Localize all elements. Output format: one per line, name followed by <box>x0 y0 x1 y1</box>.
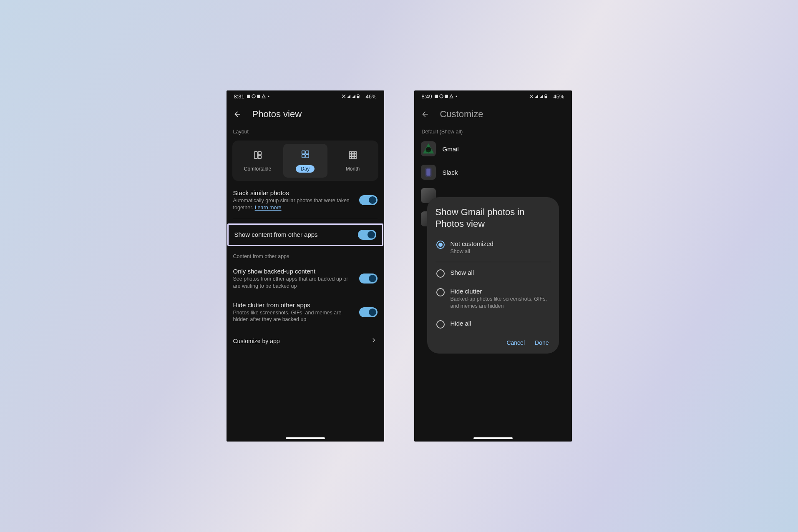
app-item-slack[interactable]: Slack <box>421 161 565 184</box>
slack-icon <box>421 165 436 180</box>
gesture-bar <box>286 437 325 439</box>
row-title: Stack similar photos <box>233 189 353 196</box>
svg-rect-31 <box>426 169 430 176</box>
svg-rect-24 <box>445 95 448 98</box>
row-title: Show content from other apps <box>234 231 352 238</box>
status-bar: 8:49 45% <box>414 90 572 102</box>
stack-similar-toggle[interactable] <box>359 195 378 205</box>
svg-rect-7 <box>258 152 261 155</box>
app-name: Slack <box>443 169 458 176</box>
layout-option-month[interactable]: Month <box>331 144 375 178</box>
appbar: Customize <box>414 102 572 125</box>
layout-month-icon <box>348 151 357 161</box>
dialog-gmail-photos: Show Gmail photos in Photos view Not cus… <box>427 197 559 354</box>
layout-option-comfortable[interactable]: Comfortable <box>236 144 280 178</box>
svg-point-23 <box>440 95 443 98</box>
svg-rect-12 <box>305 155 308 158</box>
svg-rect-14 <box>352 152 354 154</box>
row-hide-clutter[interactable]: Hide clutter from other apps Photos like… <box>227 296 384 329</box>
status-icons-right-icon <box>529 94 551 99</box>
radio-hide-clutter[interactable]: Hide clutter Backed-up photos like scree… <box>436 283 551 315</box>
row-title: Customize by app <box>233 338 280 344</box>
svg-rect-27 <box>545 96 547 98</box>
svg-rect-17 <box>352 154 354 156</box>
svg-rect-16 <box>349 154 351 156</box>
learn-more-link[interactable]: Learn more <box>255 205 282 211</box>
radio-icon[interactable] <box>436 320 445 329</box>
status-bar: 8:31 <box>227 90 384 102</box>
status-battery: 46% <box>365 93 376 100</box>
row-only-backed-up[interactable]: Only show backed-up content See photos f… <box>227 262 384 296</box>
phone-right: 8:49 45% <box>414 90 572 442</box>
layout-option-label: Comfortable <box>244 166 271 172</box>
layout-card: Comfortable Day Month <box>232 141 378 181</box>
radio-icon[interactable] <box>436 241 445 249</box>
svg-rect-29 <box>426 148 430 150</box>
svg-rect-21 <box>354 157 356 159</box>
cancel-button[interactable]: Cancel <box>506 339 525 346</box>
row-title: Hide clutter from other apps <box>233 301 353 309</box>
layout-option-label: Day <box>296 165 315 173</box>
row-stack-similar[interactable]: Stack similar photos Automatically group… <box>227 181 384 217</box>
appbar: Photos view <box>227 102 384 125</box>
radio-label: Hide clutter <box>451 288 550 295</box>
svg-point-25 <box>456 96 457 97</box>
svg-rect-5 <box>357 96 359 98</box>
row-subtitle: See photos from other apps that are back… <box>233 276 353 290</box>
layout-day-icon <box>301 150 310 160</box>
svg-rect-20 <box>352 157 354 159</box>
layout-option-label: Month <box>346 166 360 172</box>
radio-not-customized[interactable]: Not customized Show all <box>436 235 551 260</box>
svg-rect-6 <box>254 152 257 159</box>
radio-icon[interactable] <box>436 269 445 278</box>
phone-left: 8:31 <box>227 90 384 442</box>
dialog-actions: Cancel Done <box>436 334 551 348</box>
status-time: 8:31 <box>234 93 244 100</box>
svg-rect-15 <box>354 152 356 154</box>
dialog-title: Show Gmail photos in Photos view <box>436 206 551 229</box>
divider <box>233 219 378 219</box>
gesture-bar <box>473 437 513 439</box>
status-icons-left-icon <box>435 94 460 99</box>
svg-rect-19 <box>349 157 351 159</box>
status-icons-right-icon <box>341 94 363 99</box>
show-content-toggle[interactable] <box>358 230 376 240</box>
radio-label: Hide all <box>451 320 471 327</box>
radio-label: Show all <box>451 269 474 276</box>
radio-icon[interactable] <box>436 288 445 296</box>
svg-rect-13 <box>349 152 351 154</box>
radio-show-all[interactable]: Show all <box>436 264 551 283</box>
svg-rect-9 <box>302 151 305 154</box>
section-content-label: Content from other apps <box>227 249 384 262</box>
back-button[interactable] <box>232 109 242 119</box>
svg-rect-18 <box>354 154 356 156</box>
divider <box>436 262 551 262</box>
chevron-right-icon <box>370 336 378 345</box>
app-item-gmail[interactable]: Gmail <box>421 137 565 161</box>
svg-point-3 <box>268 96 269 97</box>
only-backed-toggle[interactable] <box>359 274 378 284</box>
status-icons-left-icon <box>247 94 272 99</box>
gmail-icon <box>421 141 436 156</box>
row-subtitle: Automatically group similar photos that … <box>233 197 353 211</box>
page-title: Customize <box>440 109 483 120</box>
svg-rect-2 <box>257 95 260 98</box>
back-button[interactable] <box>420 109 430 119</box>
hide-clutter-toggle[interactable] <box>359 307 378 317</box>
layout-option-day[interactable]: Day <box>283 144 327 178</box>
row-show-content-other-apps[interactable]: Show content from other apps <box>229 225 382 245</box>
done-button[interactable]: Done <box>535 339 549 346</box>
row-customize-by-app[interactable]: Customize by app <box>227 329 384 353</box>
svg-rect-11 <box>302 155 305 158</box>
page-title: Photos view <box>252 109 302 120</box>
status-time: 8:49 <box>422 93 432 100</box>
row-title: Only show backed-up content <box>233 268 353 275</box>
highlighted-row: Show content from other apps <box>227 223 383 246</box>
radio-sublabel: Show all <box>451 248 493 255</box>
radio-hide-all[interactable]: Hide all <box>436 315 551 334</box>
row-subtitle: Photos like screenshots, GIFs, and memes… <box>233 309 353 324</box>
svg-rect-8 <box>258 156 261 158</box>
layout-comfortable-icon <box>253 151 262 161</box>
section-layout-label: Layout <box>227 125 384 137</box>
status-battery: 45% <box>553 93 564 100</box>
